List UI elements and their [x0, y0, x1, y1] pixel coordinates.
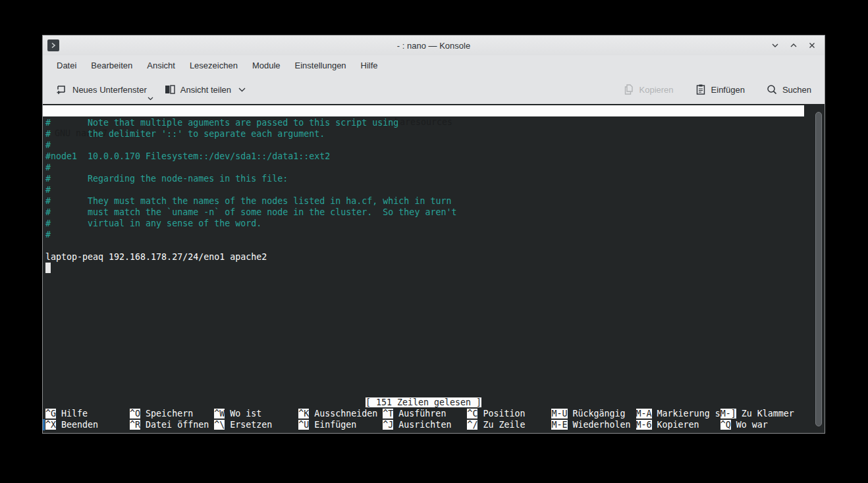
- new-tab-icon: [56, 84, 68, 95]
- shortcut-key: M-]: [720, 409, 736, 419]
- minimize-button[interactable]: [769, 39, 781, 51]
- nano-shortcuts-row1: ^G Hilfe^O Speichern^W Wo ist^K Ausschne…: [45, 408, 805, 419]
- shortcut-key: ^R: [130, 420, 140, 430]
- terminal-text-line: #: [45, 184, 456, 195]
- nano-shortcut: ^C Position: [467, 408, 551, 419]
- shortcut-key: ^G: [45, 409, 56, 419]
- shortcut-key: M-6: [636, 420, 652, 430]
- text-cursor: [45, 263, 51, 273]
- shortcut-key: ^\: [214, 420, 225, 430]
- nano-shortcut: ^G Hilfe: [45, 408, 130, 419]
- terminal-text-line: #: [45, 229, 456, 240]
- toolbar: Neues Unterfenster Ansicht teilen: [43, 75, 825, 104]
- search-button[interactable]: Suchen: [762, 80, 815, 99]
- terminal-text-line: # the delimiter '::' to separate each ar…: [45, 128, 456, 140]
- nano-shortcut: ^/ Zu Zeile: [467, 419, 551, 430]
- scrollbar-thumb[interactable]: [815, 112, 822, 426]
- nano-shortcut: ^T Ausführen: [383, 408, 467, 419]
- nano-shortcuts-row2: ^X Beenden^R Datei öffnen^\ Ersetzen^U E…: [45, 419, 805, 430]
- paste-icon: [695, 84, 707, 95]
- terminal-text-line: # Note that multiple aguments are passed…: [45, 117, 456, 128]
- nano-shortcut: ^\ Ersetzen: [214, 419, 298, 430]
- window-title: - : nano — Konsole: [43, 41, 825, 51]
- terminal-text-line: # must match the `uname -n` of some node…: [45, 207, 456, 218]
- menubar: DateiBearbeitenAnsichtLesezeichenModuleE…: [43, 55, 825, 75]
- copy-icon: [623, 84, 635, 95]
- paste-button[interactable]: Einfügen: [691, 80, 749, 99]
- terminal-view[interactable]: haresources GNU nano 7.2 # Note that mul…: [43, 104, 825, 433]
- chevron-down-icon: [148, 97, 153, 101]
- terminal-lines: # Note that multiple aguments are passed…: [45, 117, 456, 263]
- menu-item-hilfe[interactable]: Hilfe: [355, 58, 384, 73]
- split-view-icon: [164, 84, 176, 95]
- shortcut-key: ^/: [467, 420, 477, 430]
- nano-shortcut: ^U Einfügen: [298, 419, 383, 430]
- menu-item-einstellungen[interactable]: Einstellungen: [289, 58, 352, 73]
- new-tab-button[interactable]: Neues Unterfenster: [52, 80, 151, 99]
- terminal-text-line: #: [45, 140, 456, 151]
- konsole-window: - : nano — Konsole DateiBearbeitenAnsich…: [42, 35, 825, 434]
- nano-shortcut: ^W Wo ist: [214, 408, 298, 419]
- nano-shortcut: M-] Zu Klammer: [720, 408, 805, 419]
- shortcut-key: ^X: [45, 420, 56, 430]
- nano-shortcut: ^Q Wo war: [720, 419, 805, 430]
- copy-button: Kopieren: [619, 80, 678, 99]
- nano-shortcut: ^R Datei öffnen: [130, 419, 214, 430]
- terminal-text-line: #: [45, 162, 456, 173]
- search-label: Suchen: [782, 85, 811, 95]
- nano-shortcut: M-U Rückgängig: [551, 408, 636, 419]
- nano-shortcut: ^X Beenden: [45, 419, 130, 430]
- konsole-app-icon: [47, 39, 59, 51]
- search-icon: [766, 84, 778, 95]
- shortcut-key: ^W: [214, 409, 225, 419]
- shortcut-key: ^Q: [720, 420, 731, 430]
- split-view-label: Ansicht teilen: [180, 85, 231, 95]
- menu-item-bearbeiten[interactable]: Bearbeiten: [85, 58, 138, 73]
- maximize-button[interactable]: [788, 39, 800, 51]
- nano-titlebar: haresources GNU nano 7.2: [43, 105, 804, 116]
- nano-shortcut: M-6 Kopieren: [636, 419, 720, 430]
- shortcut-key: ^C: [467, 409, 477, 419]
- shortcut-key: M-A: [636, 409, 652, 419]
- shortcut-key: ^U: [298, 420, 309, 430]
- nano-shortcut: M-A Markierung s: [636, 408, 720, 419]
- left-edge-marker: [43, 419, 45, 430]
- shortcut-key: ^O: [130, 409, 140, 419]
- terminal-text-line: # They must match the names of the nodes…: [45, 195, 456, 207]
- terminal-text-line: laptop-peaq 192.168.178.27/24/eno1 apach…: [45, 251, 456, 263]
- terminal-text-line: [45, 240, 456, 251]
- copy-label: Kopieren: [639, 85, 674, 95]
- shortcut-key: ^K: [298, 409, 309, 419]
- new-tab-label: Neues Unterfenster: [72, 85, 147, 95]
- nano-shortcut: M-E Wiederholen: [551, 419, 636, 430]
- nano-shortcut: ^J Ausrichten: [383, 419, 467, 430]
- nano-status-line: [ 151 Zeilen gelesen ]: [43, 397, 804, 408]
- titlebar[interactable]: - : nano — Konsole: [43, 36, 825, 55]
- terminal-text-line: # virtual in any sense of the word.: [45, 218, 456, 229]
- shortcut-key: ^T: [383, 409, 393, 419]
- paste-label: Einfügen: [711, 85, 745, 95]
- shortcut-key: M-E: [551, 420, 567, 430]
- menu-item-datei[interactable]: Datei: [51, 58, 82, 73]
- shortcut-key: M-U: [551, 409, 567, 419]
- nano-shortcut: ^O Speichern: [130, 408, 214, 419]
- terminal-text-line: #node1 10.0.0.170 Filesystem::/dev/sda1:…: [45, 151, 456, 162]
- menu-item-ansicht[interactable]: Ansicht: [141, 58, 181, 73]
- shortcut-key: ^J: [383, 420, 393, 430]
- terminal-text-line: # Regarding the node-names in this file:: [45, 173, 456, 184]
- menu-item-lesezeichen[interactable]: Lesezeichen: [184, 58, 244, 73]
- close-button[interactable]: [806, 39, 818, 51]
- menu-item-module[interactable]: Module: [246, 58, 286, 73]
- nano-shortcut: ^K Ausschneiden: [298, 408, 383, 419]
- chevron-down-icon: [238, 88, 246, 92]
- split-view-button[interactable]: Ansicht teilen: [160, 80, 250, 99]
